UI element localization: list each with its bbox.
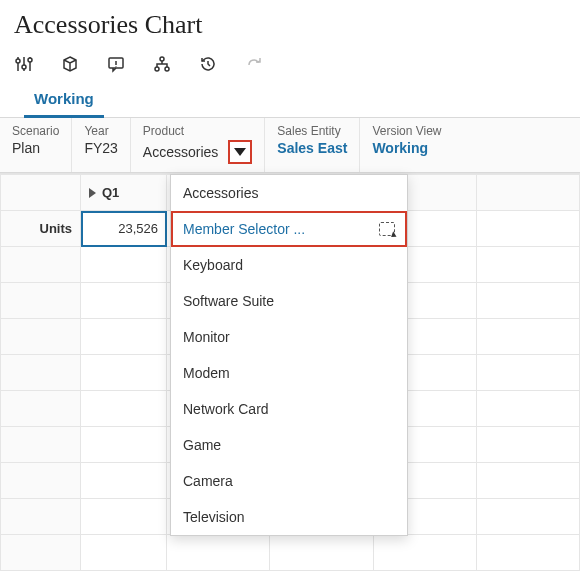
product-dropdown: AccessoriesMember Selector ...KeyboardSo… (170, 174, 408, 536)
member-selector-icon (379, 222, 395, 236)
data-cell[interactable] (270, 535, 373, 571)
product-dropdown-trigger[interactable] (228, 140, 252, 164)
row-header (1, 463, 81, 499)
row-header (1, 247, 81, 283)
dropdown-item[interactable]: Software Suite (171, 283, 407, 319)
toolbar (0, 48, 580, 74)
data-cell[interactable] (476, 463, 579, 499)
svg-point-2 (28, 58, 32, 62)
data-cell[interactable] (81, 247, 167, 283)
tabs: Working (0, 74, 580, 118)
pov-label: Year (84, 124, 117, 138)
dropdown-item-label: Member Selector ... (183, 221, 305, 237)
table-row (1, 535, 580, 571)
corner-cell (1, 175, 81, 211)
pov-product[interactable]: Product Accessories (131, 118, 265, 172)
svg-point-5 (155, 67, 159, 71)
pov-entity[interactable]: Sales Entity Sales East (265, 118, 360, 172)
row-header (1, 499, 81, 535)
dropdown-item[interactable]: Game (171, 427, 407, 463)
svg-point-0 (16, 59, 20, 63)
hierarchy-icon[interactable] (152, 54, 172, 74)
pov-value-text: Accessories (143, 144, 218, 160)
dropdown-item[interactable]: Keyboard (171, 247, 407, 283)
svg-point-1 (22, 65, 26, 69)
data-cell[interactable] (476, 427, 579, 463)
data-cell[interactable] (81, 499, 167, 535)
pov-value: Plan (12, 140, 59, 156)
data-cell[interactable] (81, 283, 167, 319)
pov-value[interactable]: Working (372, 140, 568, 156)
pov-value: Accessories (143, 140, 252, 164)
row-header (1, 283, 81, 319)
row-header (1, 427, 81, 463)
data-cell[interactable] (167, 535, 270, 571)
dropdown-item-label: Accessories (183, 185, 258, 201)
row-header (1, 535, 81, 571)
dropdown-item-label: Game (183, 437, 221, 453)
data-cell[interactable] (476, 535, 579, 571)
row-header (1, 355, 81, 391)
dropdown-item[interactable]: Television (171, 499, 407, 535)
dropdown-item-label: Camera (183, 473, 233, 489)
row-header (1, 319, 81, 355)
cube-icon[interactable] (60, 54, 80, 74)
pov-year[interactable]: Year FY23 (72, 118, 130, 172)
pov-scenario[interactable]: Scenario Plan (0, 118, 72, 172)
data-cell[interactable] (476, 391, 579, 427)
sliders-icon[interactable] (14, 54, 34, 74)
column-header[interactable]: Q1 (81, 175, 167, 211)
tab-working[interactable]: Working (24, 84, 104, 118)
column-header-empty (476, 175, 579, 211)
dropdown-item-label: Modem (183, 365, 230, 381)
comment-icon[interactable] (106, 54, 126, 74)
page-title: Accessories Chart (0, 0, 580, 48)
pov-version[interactable]: Version View Working (360, 118, 580, 172)
svg-point-6 (165, 67, 169, 71)
dropdown-item[interactable]: Network Card (171, 391, 407, 427)
pov-label: Sales Entity (277, 124, 347, 138)
data-cell[interactable] (476, 355, 579, 391)
row-header (1, 391, 81, 427)
grid-area: Q1 Units 23,526 AccessoriesMember Select… (0, 173, 580, 571)
history-icon[interactable] (198, 54, 218, 74)
pov-value[interactable]: Sales East (277, 140, 347, 156)
dropdown-item[interactable]: Accessories (171, 175, 407, 211)
pov-bar: Scenario Plan Year FY23 Product Accessor… (0, 117, 580, 173)
pov-value: FY23 (84, 140, 117, 156)
data-cell[interactable] (476, 319, 579, 355)
dropdown-item-label: Software Suite (183, 293, 274, 309)
data-cell[interactable] (476, 211, 579, 247)
member-selector-item[interactable]: Member Selector ... (171, 211, 407, 247)
data-cell[interactable] (81, 463, 167, 499)
data-cell[interactable] (81, 319, 167, 355)
data-cell[interactable] (81, 535, 167, 571)
pov-label: Version View (372, 124, 568, 138)
dropdown-item[interactable]: Modem (171, 355, 407, 391)
dropdown-item[interactable]: Monitor (171, 319, 407, 355)
expand-icon[interactable] (89, 188, 96, 198)
redo-icon (244, 54, 264, 74)
data-cell[interactable] (81, 355, 167, 391)
data-cell[interactable] (373, 535, 476, 571)
data-cell[interactable]: 23,526 (81, 211, 167, 247)
dropdown-item-label: Monitor (183, 329, 230, 345)
dropdown-item[interactable]: Camera (171, 463, 407, 499)
pov-label: Product (143, 124, 252, 138)
dropdown-item-label: Television (183, 509, 244, 525)
data-cell[interactable] (476, 247, 579, 283)
data-cell[interactable] (476, 283, 579, 319)
column-header-label: Q1 (102, 185, 119, 200)
data-cell[interactable] (81, 427, 167, 463)
caret-down-icon (234, 148, 246, 156)
row-header[interactable]: Units (1, 211, 81, 247)
data-cell[interactable] (476, 499, 579, 535)
pov-label: Scenario (12, 124, 59, 138)
data-cell[interactable] (81, 391, 167, 427)
dropdown-item-label: Network Card (183, 401, 269, 417)
dropdown-item-label: Keyboard (183, 257, 243, 273)
svg-point-4 (160, 57, 164, 61)
